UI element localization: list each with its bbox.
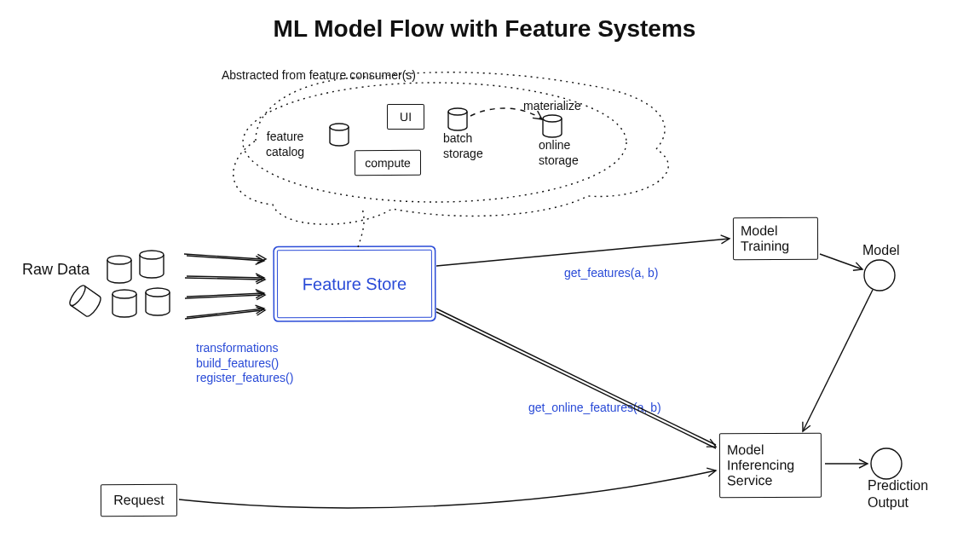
annotation-transformations: transformations build_features() registe… <box>196 341 293 386</box>
annotation-abstracted: Abstracted from feature consumer(s) <box>222 68 416 84</box>
box-request: Request <box>101 484 177 517</box>
arrow-training-to-model <box>820 254 862 269</box>
box-compute: compute <box>355 150 421 176</box>
box-model-inferencing: Model Inferencing Service <box>719 433 822 498</box>
cylinder-raw-4-icon <box>112 290 136 317</box>
connector-fs-to-cloud <box>358 209 364 247</box>
annotation-get-features: get_features(a, b) <box>564 266 659 281</box>
arrow-model-to-inference <box>803 290 873 431</box>
cylinder-raw-1-icon <box>107 256 131 283</box>
box-ui: UI <box>387 104 424 130</box>
arrow-request-to-inference-head <box>707 466 717 476</box>
annotation-get-online-features: get_online_features(a, b) <box>528 401 661 416</box>
box-model-training: Model Training <box>733 217 818 260</box>
circle-model <box>864 260 895 291</box>
arrow-fs-to-training <box>436 239 730 266</box>
label-batch-storage: batch storage <box>443 131 483 161</box>
diagram-canvas <box>0 0 969 560</box>
arrow-request-to-inference <box>179 471 716 508</box>
arrows-raw-to-fs <box>184 254 266 319</box>
cylinder-feature-catalog-icon <box>330 124 349 146</box>
diagram-title: ML Model Flow with Feature Systems <box>0 15 969 43</box>
label-raw-data: Raw Data <box>22 260 89 280</box>
arrow-model-to-inference-head <box>799 422 810 433</box>
label-prediction-output: Prediction Output <box>868 477 928 511</box>
arrow-inference-to-output-head <box>859 459 868 468</box>
label-model: Model <box>862 242 900 259</box>
arrow-training-to-model-head <box>853 263 864 274</box>
label-online-storage: online storage <box>539 138 579 168</box>
annotation-materialize: materialize <box>523 99 581 114</box>
box-feature-store: Feature Store <box>277 250 432 319</box>
arrow-fs-to-training-head <box>721 234 730 244</box>
cylinder-raw-3-icon <box>67 283 103 318</box>
circle-prediction <box>871 448 902 479</box>
label-feature-catalog: feature catalog <box>266 130 304 159</box>
arrow-fs-to-inference <box>436 309 718 450</box>
cylinder-online-storage-icon <box>543 115 562 137</box>
cylinder-batch-storage-icon <box>448 108 467 130</box>
cylinder-raw-2-icon <box>140 251 164 278</box>
cylinder-raw-5-icon <box>146 288 170 315</box>
